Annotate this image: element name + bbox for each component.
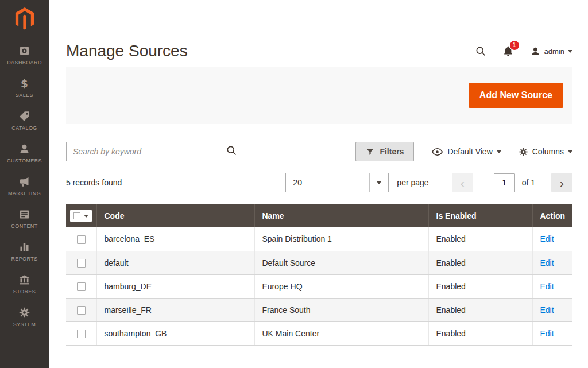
- cell-code: marseille_FR: [96, 298, 254, 321]
- sidebar-item-label: MARKETING: [8, 191, 41, 196]
- row-select-cell: [66, 227, 96, 251]
- edit-link[interactable]: Edit: [540, 234, 554, 243]
- cell-code: barcelona_ES: [96, 227, 254, 251]
- per-page-select[interactable]: 20: [285, 173, 389, 192]
- next-page-button[interactable]: ›: [551, 173, 572, 192]
- notification-badge: 1: [510, 41, 519, 50]
- customers-icon: [18, 143, 30, 155]
- edit-link[interactable]: Edit: [540, 258, 554, 268]
- cell-name: France South: [254, 298, 428, 321]
- reports-icon: [18, 241, 30, 253]
- sidebar-item-label: CUSTOMERS: [7, 158, 42, 164]
- sidebar-item-reports[interactable]: REPORTS: [6, 235, 43, 268]
- filters-button[interactable]: Filters: [355, 142, 414, 161]
- table-row: default Default Source Enabled Edit: [66, 251, 572, 274]
- sidebar-item-label: DASHBOARD: [7, 60, 42, 65]
- cell-is-enabled: Enabled: [428, 321, 532, 345]
- edit-link[interactable]: Edit: [540, 282, 554, 291]
- table-row: southampton_GB UK Main Center Enabled Ed…: [66, 321, 572, 345]
- notifications-button[interactable]: 1: [502, 45, 514, 57]
- cell-code: southampton_GB: [96, 321, 254, 345]
- cell-name: Default Source: [254, 251, 428, 274]
- cell-action: Edit: [532, 298, 572, 321]
- table-row: hamburg_DE Europe HQ Enabled Edit: [66, 274, 572, 298]
- view-switcher[interactable]: Default View: [431, 146, 501, 158]
- sidebar-item-content[interactable]: CONTENT: [6, 202, 43, 235]
- select-all-dropdown[interactable]: [70, 210, 92, 222]
- cell-name: UK Main Center: [254, 321, 428, 345]
- eye-icon: [431, 146, 443, 158]
- per-page-value: 20: [286, 178, 302, 187]
- edit-link[interactable]: Edit: [540, 329, 554, 338]
- sidebar-item-label: REPORTS: [11, 256, 37, 262]
- search-icon: [475, 45, 486, 57]
- row-checkbox[interactable]: [77, 235, 86, 244]
- table-row: barcelona_ES Spain Distribution 1 Enable…: [66, 227, 572, 251]
- stores-icon: [18, 274, 30, 286]
- row-checkbox[interactable]: [77, 282, 86, 291]
- cell-action: Edit: [532, 227, 572, 251]
- sidebar-item-label: CONTENT: [11, 223, 37, 229]
- filter-funnel-icon: [366, 148, 374, 156]
- row-checkbox[interactable]: [77, 306, 86, 315]
- sidebar-item-stores[interactable]: STORES: [6, 268, 43, 300]
- previous-page-button[interactable]: ‹: [452, 173, 473, 192]
- edit-link[interactable]: Edit: [540, 305, 554, 315]
- select-all-checkbox[interactable]: [74, 212, 80, 219]
- sidebar-item-label: CATALOG: [11, 125, 37, 131]
- catalog-icon: [18, 110, 30, 122]
- per-page-caret: [369, 173, 388, 192]
- per-page-label: per page: [397, 178, 428, 187]
- sidebar-nav: DASHBOARD $ SALES CATALOG: [6, 38, 43, 333]
- columns-control[interactable]: Columns: [519, 147, 572, 157]
- search-submit-button[interactable]: [226, 145, 237, 156]
- sidebar-item-label: SALES: [16, 92, 33, 98]
- admin-sidebar: DASHBOARD $ SALES CATALOG: [0, 0, 49, 368]
- marketing-icon: [18, 176, 30, 188]
- cell-name: Spain Distribution 1: [254, 227, 428, 251]
- sidebar-item-sales[interactable]: $ SALES: [6, 71, 43, 104]
- cell-name: Europe HQ: [254, 274, 428, 298]
- cell-code: default: [96, 251, 254, 274]
- cell-action: Edit: [532, 251, 572, 274]
- pagination-controls: 20 per page ‹ of 1 ›: [285, 173, 572, 192]
- dashboard-icon: [18, 45, 30, 57]
- page-title: Manage Sources: [66, 42, 188, 60]
- sidebar-item-dashboard[interactable]: DASHBOARD: [6, 38, 43, 71]
- row-checkbox[interactable]: [77, 330, 86, 338]
- column-header-is-enabled[interactable]: Is Enabled: [428, 204, 532, 227]
- page-header: Manage Sources 1: [66, 41, 572, 61]
- pager: ‹ of 1 ›: [452, 173, 572, 192]
- svg-text:$: $: [21, 78, 28, 90]
- column-header-code[interactable]: Code: [96, 204, 254, 227]
- search-icon: [226, 145, 237, 156]
- global-search-button[interactable]: [475, 45, 486, 57]
- search-input[interactable]: [66, 142, 241, 161]
- user-menu[interactable]: admin: [530, 46, 572, 57]
- magento-logo-icon: [14, 7, 35, 31]
- app-window: DASHBOARD $ SALES CATALOG: [0, 0, 588, 368]
- cell-action: Edit: [532, 321, 572, 345]
- add-new-source-button[interactable]: Add New Source: [469, 83, 563, 108]
- sidebar-item-label: SYSTEM: [13, 321, 36, 327]
- chevron-down-icon: [568, 150, 572, 153]
- user-name: admin: [544, 47, 564, 56]
- grid-toolbar: Filters Default View: [66, 142, 572, 161]
- columns-label: Columns: [532, 147, 564, 156]
- sidebar-item-catalog[interactable]: CATALOG: [6, 104, 43, 137]
- column-header-action: Action: [532, 204, 572, 227]
- total-pages-label: of 1: [522, 178, 535, 187]
- sources-grid: Code Name Is Enabled Action barcelona_ES…: [66, 204, 572, 346]
- sidebar-item-marketing[interactable]: MARKETING: [6, 169, 43, 202]
- row-checkbox[interactable]: [77, 259, 86, 268]
- table-row: marseille_FR France South Enabled Edit: [66, 298, 572, 321]
- column-header-name[interactable]: Name: [254, 204, 428, 227]
- sidebar-item-customers[interactable]: CUSTOMERS: [6, 137, 43, 169]
- sidebar-item-system[interactable]: SYSTEM: [6, 300, 43, 333]
- current-page-input[interactable]: [494, 173, 515, 192]
- cell-is-enabled: Enabled: [428, 251, 532, 274]
- records-found: 5 records found: [66, 178, 122, 187]
- view-label: Default View: [447, 147, 492, 156]
- magento-logo[interactable]: [14, 7, 35, 33]
- grid-toolbar-right: Filters Default View: [355, 142, 572, 161]
